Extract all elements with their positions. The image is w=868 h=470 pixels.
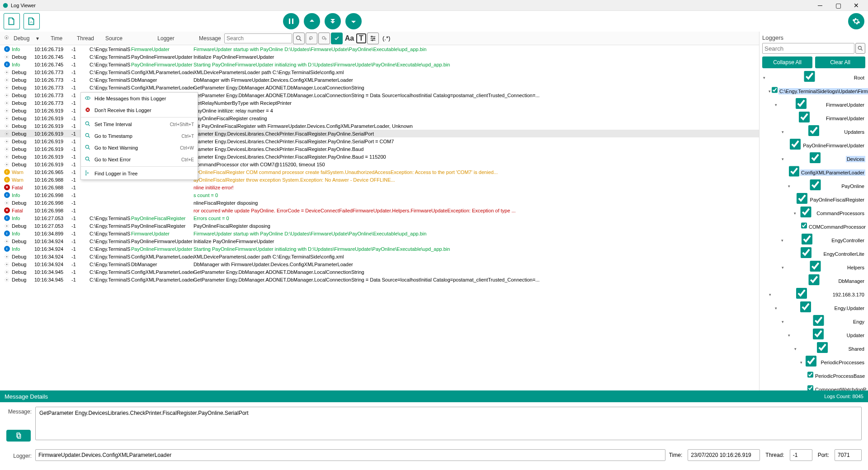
- options-button[interactable]: [367, 33, 379, 44]
- ctx-hide-messages-from-this-logger[interactable]: Hide Messages from this Logger: [81, 93, 198, 104]
- tree-checkbox[interactable]: [772, 288, 831, 299]
- tree-toggle-icon[interactable]: ▾: [769, 291, 771, 298]
- log-row[interactable]: Debug10:16:26.998-1nlineFiscalRegister d…: [0, 199, 759, 207]
- tree-toggle-icon[interactable]: ▾: [762, 75, 766, 81]
- search-next-button[interactable]: [318, 33, 330, 44]
- tree-node[interactable]: ▾Engy.Updater: [762, 301, 865, 315]
- tree-node[interactable]: PayOnlineFiscalRegister: [762, 193, 865, 207]
- scroll-down-button[interactable]: [345, 13, 362, 29]
- log-row[interactable]: Debug10:16:26.745-1C:\Engy.TerminalSPayO…: [0, 53, 759, 61]
- log-row[interactable]: Debug10:16:34.945-1C:\Engy.TerminalSConf…: [0, 268, 759, 276]
- col-level[interactable]: Debug: [12, 35, 34, 42]
- tree-checkbox[interactable]: [807, 383, 813, 390]
- tree-node[interactable]: ComponentWatchdogP: [762, 383, 865, 390]
- minimize-button[interactable]: ─: [814, 1, 826, 10]
- pause-button[interactable]: [283, 13, 299, 29]
- tree-toggle-icon[interactable]: ▾: [781, 237, 783, 244]
- loggers-search-button[interactable]: [855, 43, 865, 54]
- log-row[interactable]: Debug10:16:26.773-1C:\Engy.TerminalSConf…: [0, 68, 759, 76]
- logger-value[interactable]: [35, 449, 665, 461]
- tree-checkbox[interactable]: [785, 261, 845, 272]
- time-value[interactable]: [688, 449, 760, 461]
- tree-toggle-icon[interactable]: ▾: [788, 183, 790, 189]
- col-time[interactable]: Time: [38, 35, 75, 42]
- tree-checkbox[interactable]: [792, 329, 845, 339]
- log-row[interactable]: Debug10:16:26.773-1C:\Engy.TerminalSDbMa…: [0, 76, 759, 84]
- tree-checkbox[interactable]: [801, 220, 807, 231]
- tree-node[interactable]: ▾Updaters: [762, 125, 865, 139]
- log-row[interactable]: Debug10:16:34.945-1C:\Engy.TerminalSConf…: [0, 276, 759, 283]
- tree-checkbox[interactable]: [786, 315, 851, 326]
- tree-checkbox[interactable]: [803, 356, 819, 367]
- log-row[interactable]: Debug10:16:34.924-1C:\Engy.TerminalSConf…: [0, 253, 759, 260]
- tree-node[interactable]: ▾Root: [762, 71, 865, 85]
- tree-node[interactable]: DbManager: [762, 274, 865, 288]
- tree-node[interactable]: ▾Devices: [762, 152, 865, 166]
- tree-node[interactable]: ▾192.168.3.170: [762, 288, 865, 301]
- log-row[interactable]: iInfo10:16:34.899-1C:\Engy.TerminalSFirm…: [0, 230, 759, 237]
- tree-checkbox[interactable]: [789, 139, 802, 150]
- tree-node[interactable]: PayOnlineFirmwareUpdater: [762, 139, 865, 152]
- tree-checkbox[interactable]: [784, 112, 824, 122]
- search-button[interactable]: [293, 33, 305, 44]
- tree-checkbox[interactable]: [785, 152, 845, 163]
- log-row[interactable]: Debug10:16:34.924-1C:\Engy.TerminalSDbMa…: [0, 260, 759, 268]
- log-row[interactable]: ✕Fatal10:16:26.998-1ror occurred while u…: [0, 207, 759, 214]
- col-source[interactable]: Source: [93, 35, 135, 42]
- tree-node[interactable]: ▾C:\Engy.TerminalSide\logs\Updater\Firmw…: [762, 85, 865, 98]
- maximize-button[interactable]: ▢: [832, 1, 844, 10]
- log-row[interactable]: iInfo10:16:26.719-1C:\Engy.TerminalSFirm…: [0, 45, 759, 53]
- tree-checkbox[interactable]: [778, 98, 824, 109]
- tree-checkbox[interactable]: [772, 85, 778, 95]
- tree-node[interactable]: PeriodicProccessBase: [762, 369, 865, 383]
- ctx-go-to-next-warning[interactable]: Go to Next WarningCtrl+W: [81, 142, 198, 154]
- tree-checkbox[interactable]: [807, 369, 813, 380]
- port-value[interactable]: [835, 449, 862, 461]
- search-prev-button[interactable]: [306, 33, 317, 44]
- tree-toggle-icon[interactable]: ▾: [781, 156, 784, 162]
- tree-node[interactable]: ▾Engy: [762, 315, 865, 329]
- scroll-to-bottom-button[interactable]: [325, 13, 341, 29]
- logger-tree[interactable]: ▾Root▾C:\Engy.TerminalSide\logs\Updater\…: [762, 71, 865, 390]
- tree-toggle-icon[interactable]: ▾: [775, 102, 777, 108]
- tree-checkbox[interactable]: [785, 125, 843, 136]
- log-row[interactable]: iInfo10:16:26.745-1C:\Engy.TerminalSPayO…: [0, 61, 759, 68]
- collapse-all-button[interactable]: Collapse All: [762, 56, 812, 68]
- tree-checkbox[interactable]: [791, 179, 840, 190]
- loggers-search-input[interactable]: [762, 43, 854, 54]
- tree-node[interactable]: ▾PeriodicProccesses: [762, 356, 865, 369]
- tree-node[interactable]: ▾CommandProcessors: [762, 207, 865, 220]
- ctx-find-logger-in-tree[interactable]: Find Logger in Tree: [81, 168, 198, 179]
- tree-checkbox[interactable]: [784, 234, 830, 244]
- tree-node[interactable]: ▾Updater: [762, 329, 865, 342]
- open-log2-icon[interactable]: [24, 13, 40, 29]
- tree-checkbox[interactable]: [790, 247, 821, 258]
- tree-toggle-icon[interactable]: ▾: [794, 210, 796, 216]
- log-row[interactable]: ✕Fatal10:16:26.988-1nline initilize erro…: [0, 183, 759, 191]
- whole-word-toggle-button[interactable]: T: [356, 33, 366, 43]
- tree-node[interactable]: EngyControllerLite: [762, 247, 865, 261]
- tree-node[interactable]: ▾Shared: [762, 342, 865, 356]
- filter-toggle-button[interactable]: [331, 33, 343, 44]
- tree-toggle-icon[interactable]: ▾: [800, 359, 802, 366]
- tree-toggle-icon[interactable]: ▾: [781, 129, 784, 135]
- col-thread[interactable]: Thread: [75, 35, 93, 42]
- tree-toggle-icon[interactable]: ▾: [788, 332, 791, 338]
- ctx-don-t-receive-this-logger[interactable]: Don't Receive this Logger: [81, 104, 198, 116]
- tree-checkbox[interactable]: [796, 193, 808, 204]
- open-log-icon[interactable]: [4, 13, 20, 29]
- tree-checkbox[interactable]: [797, 207, 815, 217]
- tree-checkbox[interactable]: [767, 71, 852, 82]
- ctx-go-to-timestamp[interactable]: Go to TimestampCtrl+T: [81, 130, 198, 142]
- tree-checkbox[interactable]: [791, 274, 837, 285]
- tree-node[interactable]: ▾FirmwareUpdater: [762, 98, 865, 112]
- clear-all-button[interactable]: Clear All: [815, 56, 865, 68]
- tree-toggle-icon[interactable]: ▾: [794, 346, 797, 352]
- log-row[interactable]: Debug10:16:27.053-1C:\Engy.TerminalSPayO…: [0, 222, 759, 230]
- ctx-go-to-next-error[interactable]: Go to Next ErrorCtrl+E: [81, 154, 198, 165]
- log-row[interactable]: Debug10:16:26.773-1C:\Engy.TerminalSConf…: [0, 84, 759, 91]
- log-row[interactable]: Debug10:16:34.924-1C:\Engy.TerminalSPayO…: [0, 237, 759, 245]
- thread-value[interactable]: [790, 449, 812, 461]
- settings-button[interactable]: [848, 13, 864, 29]
- tree-toggle-icon[interactable]: ▾: [769, 88, 771, 94]
